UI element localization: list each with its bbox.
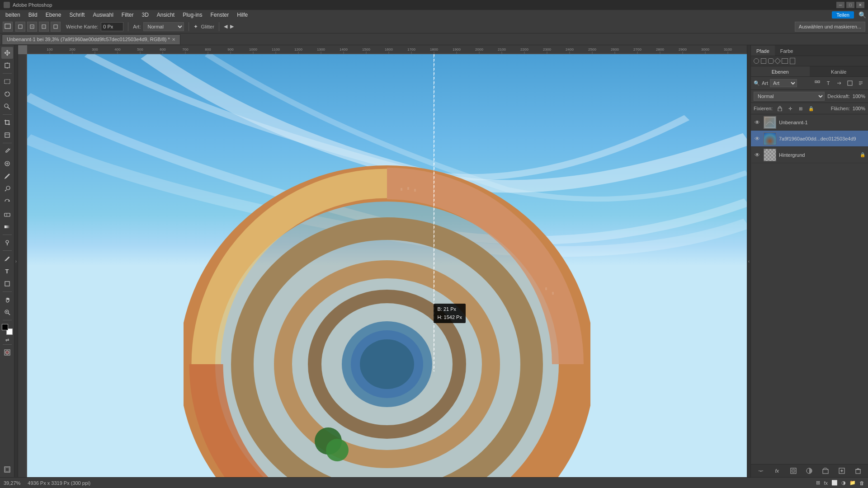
menu-item-schrift[interactable]: Schrift: [66, 11, 88, 19]
dodge-tool[interactable]: [1, 237, 13, 249]
art-filter-select[interactable]: Art: [770, 79, 797, 87]
svg-rect-118: [848, 81, 852, 85]
menu-item-beiten[interactable]: beiten: [2, 11, 24, 19]
blend-mode-select[interactable]: Normal: [754, 92, 825, 101]
rect-shape-icon[interactable]: [761, 58, 766, 64]
panel-tab-farbe[interactable]: Farbe: [775, 46, 799, 56]
tab-close-button[interactable]: ✕: [172, 37, 175, 42]
weiche-kante-input[interactable]: [101, 22, 123, 31]
quick-mask-button[interactable]: [1, 347, 13, 358]
window-controls[interactable]: ─ □ ✕: [836, 2, 864, 8]
menu-item-plugins[interactable]: Plug-ins: [179, 11, 206, 19]
frame-tool[interactable]: [1, 129, 13, 141]
wide-rect-shape-icon[interactable]: [782, 58, 788, 64]
tall-rect-shape-icon[interactable]: [790, 58, 795, 64]
clone-stamp-tool[interactable]: [1, 183, 13, 195]
text-tool[interactable]: T: [1, 265, 13, 277]
add-layer-style-button[interactable]: fx: [773, 466, 782, 475]
add-group-button[interactable]: [821, 466, 830, 475]
layer-item-7a9f[interactable]: 👁 7a9f1960ae00dd...dec012503e4d9: [751, 131, 868, 147]
layer-eye-3[interactable]: 👁: [754, 151, 761, 159]
menu-item-auswahl[interactable]: Auswahl: [89, 11, 117, 19]
delete-layer-button[interactable]: [854, 466, 863, 475]
subtract-selection-button[interactable]: −: [39, 22, 49, 32]
panel-btn-3[interactable]: [835, 79, 844, 88]
add-mask-button[interactable]: [789, 466, 798, 475]
lock-artboard-button[interactable]: ⊞: [796, 104, 805, 113]
marquee-tool[interactable]: [1, 75, 13, 87]
lock-position-button[interactable]: ✛: [786, 104, 795, 113]
minimize-button[interactable]: ─: [836, 2, 844, 8]
panel-btn-1[interactable]: [813, 79, 822, 88]
status-btn-1[interactable]: ⊞: [816, 480, 820, 486]
hand-tool[interactable]: [1, 294, 13, 305]
panel-btn-4[interactable]: [845, 79, 854, 88]
document-tab[interactable]: Unbenannt-1 bei 39,3% (7a9f1960ae00dd9fc…: [2, 34, 180, 44]
arrow-right-options-icon[interactable]: ▶: [230, 23, 234, 29]
collapse-right-panel[interactable]: ‹: [747, 45, 750, 477]
add-selection-button[interactable]: +: [27, 22, 37, 32]
intersect-selection-button[interactable]: [51, 22, 61, 32]
menu-item-ebene[interactable]: Ebene: [42, 11, 65, 19]
circle-shape-icon[interactable]: [754, 58, 759, 64]
collapse-left-panel[interactable]: ›: [14, 45, 18, 477]
lock-all-button[interactable]: 🔒: [807, 104, 816, 113]
gradient-tool[interactable]: [1, 221, 13, 233]
panel-btn-5[interactable]: [856, 79, 865, 88]
shape-tool[interactable]: [1, 278, 13, 290]
crop-tool[interactable]: [1, 117, 13, 128]
lasso-tool[interactable]: [1, 88, 13, 100]
status-fx-button[interactable]: fx: [824, 480, 828, 486]
move-tool[interactable]: [1, 47, 13, 59]
wand-tool[interactable]: [1, 101, 13, 113]
menu-item-bild[interactable]: Bild: [25, 11, 41, 19]
layer-item-unbenannt1[interactable]: 👁 Unbenannt-1: [751, 114, 868, 131]
panel-toolbar: 🔍 Art Art T: [751, 77, 868, 90]
panel-tabs: Pfade Farbe: [751, 45, 868, 56]
status-btn-5[interactable]: 📁: [849, 480, 856, 486]
layer-eye-1[interactable]: 👁: [754, 119, 761, 126]
link-layers-button[interactable]: [756, 466, 765, 475]
maximize-button[interactable]: □: [846, 2, 854, 8]
menu-item-ansicht[interactable]: Ansicht: [153, 11, 178, 19]
add-new-layer-button[interactable]: [837, 466, 846, 475]
search-icon[interactable]: 🔍: [859, 11, 866, 19]
svg-rect-7: [5, 63, 9, 68]
teilen-button[interactable]: Teilen: [832, 11, 854, 19]
screen-mode-button[interactable]: [1, 464, 13, 475]
menu-item-3d[interactable]: 3D: [138, 11, 152, 19]
swap-colors-button[interactable]: ⇄: [5, 338, 9, 343]
rounded-rect-shape-icon[interactable]: [768, 58, 774, 64]
pen-tool[interactable]: [1, 253, 13, 264]
history-brush-tool[interactable]: [1, 196, 13, 207]
artboard-tool[interactable]: [1, 60, 13, 71]
panel-btn-2[interactable]: T: [824, 79, 833, 88]
art-select[interactable]: Normal: [143, 22, 184, 31]
eyedropper-tool[interactable]: [1, 145, 13, 157]
zoom-tool[interactable]: [1, 306, 13, 318]
foreground-color-swatch[interactable]: [2, 324, 8, 330]
layer-item-hintergrund[interactable]: 👁 Hintergrund 🔒: [751, 147, 868, 163]
diamond-shape-icon[interactable]: [774, 58, 781, 64]
panel-tab-pfade[interactable]: Pfade: [751, 46, 775, 56]
brush-tool[interactable]: [1, 170, 13, 182]
status-btn-4[interactable]: ◑: [841, 480, 846, 486]
layer-eye-2[interactable]: 👁: [754, 135, 761, 142]
menu-item-filter[interactable]: Filter: [118, 11, 137, 19]
auswahl-maskieren-button[interactable]: Auswählen und maskieren...: [795, 22, 865, 32]
tab-kanale[interactable]: Kanäle: [810, 66, 868, 76]
new-selection-button[interactable]: [15, 22, 25, 32]
menu-item-hilfe[interactable]: Hilfe: [233, 11, 251, 19]
status-btn-6[interactable]: 🗑: [859, 480, 864, 486]
tab-ebenen[interactable]: Ebenen: [751, 66, 810, 76]
spot-heal-tool[interactable]: [1, 158, 13, 169]
lock-pixel-button[interactable]: [775, 104, 784, 113]
color-swatch[interactable]: [2, 324, 13, 335]
menu-item-fenster[interactable]: Fenster: [207, 11, 233, 19]
arrow-left-options-icon[interactable]: ◀: [224, 23, 227, 29]
close-button[interactable]: ✕: [856, 2, 864, 8]
status-btn-3[interactable]: ⬜: [831, 480, 838, 486]
canvas-container[interactable]: B: 21 Px H: 1542 Px: [27, 54, 747, 477]
add-adjustment-button[interactable]: [805, 466, 814, 475]
eraser-tool[interactable]: [1, 208, 13, 220]
